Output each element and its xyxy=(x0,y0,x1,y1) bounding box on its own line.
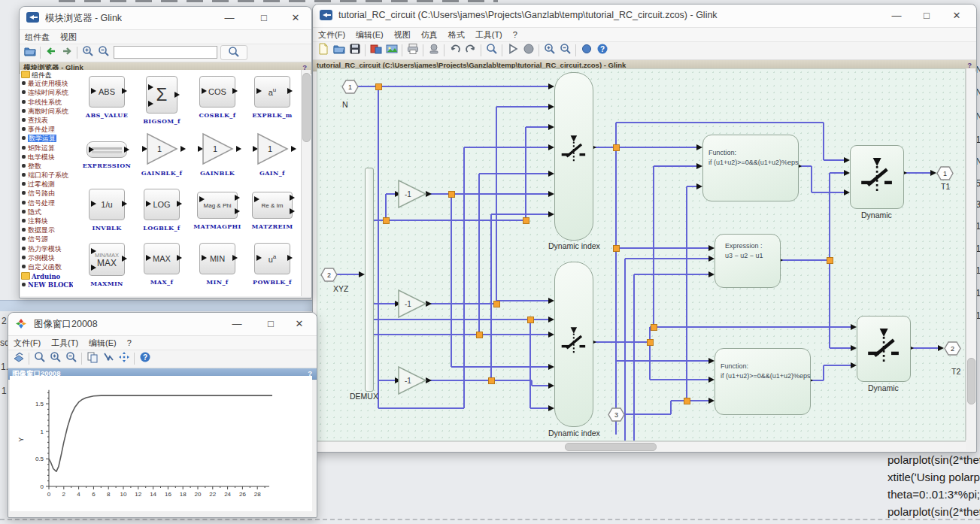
diagram-wire[interactable] xyxy=(592,341,650,343)
diagram-wire[interactable] xyxy=(427,303,496,304)
diagram-wire[interactable] xyxy=(372,303,396,304)
block-gain[interactable]: -1 xyxy=(398,366,427,398)
link-junction[interactable] xyxy=(613,245,620,252)
undo-icon[interactable] xyxy=(448,43,463,58)
minimize-button[interactable]: — xyxy=(888,9,905,23)
palette-block-GAINBLK[interactable]: 1GAINBLK xyxy=(193,132,242,186)
diagram-menu-2[interactable]: 视图 xyxy=(389,28,416,41)
diagram-wire[interactable] xyxy=(378,407,464,409)
help-icon[interactable]: ? xyxy=(138,351,153,366)
plot-window-titlebar[interactable]: 图像窗口20008 — □ ✕ xyxy=(8,313,317,336)
link-junction[interactable] xyxy=(523,217,529,224)
palette-block-LOGBLK_f[interactable]: LOGLOGBLK_f xyxy=(137,189,187,243)
palette-tree-item-7[interactable]: 矩阵运算 xyxy=(20,144,73,153)
block-gain[interactable]: -1 xyxy=(398,180,427,211)
diagram-wire[interactable] xyxy=(616,247,710,249)
link-junction[interactable] xyxy=(448,191,455,198)
link-junction[interactable] xyxy=(527,317,534,323)
palette-menu-1[interactable]: 视图 xyxy=(55,30,82,43)
diagram-wire[interactable] xyxy=(378,86,379,408)
palette-tree-folder-extra-0[interactable]: Arduino xyxy=(20,271,73,280)
diagram-wire[interactable] xyxy=(479,173,550,174)
diagram-menu-3[interactable]: 仿真 xyxy=(416,28,443,41)
palette-tree-item-17[interactable]: 信号源 xyxy=(20,235,73,244)
close-button[interactable]: ✕ xyxy=(291,317,308,331)
palette-tree-item-extra-0[interactable]: NEW BLOCK xyxy=(20,280,73,289)
diagram-menu-4[interactable]: 格式 xyxy=(443,28,470,41)
plot-menu-2[interactable]: 编辑(E) xyxy=(83,336,122,349)
palette-search-input[interactable] xyxy=(114,46,217,59)
link-junction[interactable] xyxy=(476,332,483,338)
palette-tree-item-10[interactable]: 端口和子系统 xyxy=(20,171,73,180)
zoom-in-icon[interactable] xyxy=(542,43,557,58)
minimize-button[interactable]: — xyxy=(229,317,245,331)
open-palette-icon[interactable] xyxy=(23,45,38,60)
output-port-1[interactable]: 1 xyxy=(936,166,954,183)
palette-block-COSBLK_f[interactable]: COSCOSBLK_f xyxy=(193,76,242,130)
palette-block-GAINBLK_f[interactable]: 1GAINBLK_f xyxy=(137,132,187,186)
zoom-in-icon[interactable] xyxy=(48,351,63,366)
palette-tree-item-13[interactable]: 信号处理 xyxy=(20,198,73,207)
start-simulation-icon[interactable] xyxy=(505,43,520,58)
palette-scrollbar[interactable] xyxy=(301,70,311,296)
diagram-wire[interactable] xyxy=(451,194,452,367)
zoom-out-icon[interactable] xyxy=(64,351,79,366)
new-icon[interactable] xyxy=(316,43,331,58)
diagram-wire[interactable] xyxy=(823,365,824,380)
diagram-wire[interactable] xyxy=(618,413,671,415)
input-port-1[interactable]: 1 xyxy=(341,80,359,97)
output-port-2[interactable]: 2 xyxy=(944,341,961,359)
palette-block-MATZREIM[interactable]: Re & ImMATZREIM xyxy=(247,189,297,243)
rotate-icon[interactable] xyxy=(11,351,26,366)
input-port-3[interactable]: 3 xyxy=(608,407,625,425)
palette-block-ABS_VALUE[interactable]: ABSABS_VALUE xyxy=(82,76,132,130)
palette-block-MATMAGPHI[interactable]: Mag & PhiMATMAGPHI xyxy=(193,189,242,243)
minimize-button[interactable]: — xyxy=(221,11,238,25)
diagram-wire[interactable] xyxy=(478,174,480,335)
block-gain[interactable]: -1 xyxy=(398,289,427,321)
zoom-out-icon[interactable] xyxy=(96,45,111,60)
close-button[interactable]: ✕ xyxy=(948,9,965,23)
diagram-wire[interactable] xyxy=(649,342,651,380)
diagram-wire[interactable] xyxy=(633,274,635,441)
diagram-wire[interactable] xyxy=(496,106,550,108)
copy-icon[interactable] xyxy=(85,351,100,366)
diagram-wire[interactable] xyxy=(650,326,852,328)
diagram-wire[interactable] xyxy=(530,407,550,409)
link-junction[interactable] xyxy=(493,301,500,307)
diagram-wire[interactable] xyxy=(829,173,830,260)
diagram-wire[interactable] xyxy=(378,380,396,381)
palette-tree-root[interactable]: 组件盘 xyxy=(20,70,73,79)
diagram-wire[interactable] xyxy=(491,214,550,215)
datatip-icon[interactable] xyxy=(101,351,116,366)
palette-tree-item-20[interactable]: 自定义函数 xyxy=(20,262,73,271)
diagram-wire[interactable] xyxy=(372,220,526,221)
palette-block-MIN_f[interactable]: MINMIN_f xyxy=(193,243,242,296)
open-icon[interactable] xyxy=(332,43,347,58)
link-junction[interactable] xyxy=(651,324,657,331)
palette-tree-item-1[interactable]: 连续时间系统 xyxy=(20,88,73,97)
palette-block-MAX_f[interactable]: MAXMAX_f xyxy=(137,243,187,296)
diagram-canvas[interactable]: DEMUX-1-1-1Dynamic indexDynamic indexFun… xyxy=(317,68,966,441)
palette-tree-item-3[interactable]: 离散时间系统 xyxy=(20,107,73,116)
back-icon[interactable] xyxy=(44,45,59,60)
diagram-menu-1[interactable]: 编辑(E) xyxy=(350,28,389,41)
snapshot-icon[interactable] xyxy=(384,43,399,58)
diagram-wire[interactable] xyxy=(427,380,532,381)
palette-tree-item-5[interactable]: 事件处理 xyxy=(20,125,73,134)
zoom-out-icon[interactable] xyxy=(558,43,573,58)
palette-tree-item-11[interactable]: 过零检测 xyxy=(20,180,73,189)
diagram-wire[interactable] xyxy=(653,166,654,327)
link-junction[interactable] xyxy=(375,83,382,90)
diagram-wire[interactable] xyxy=(634,274,710,275)
palette-tree-item-15[interactable]: 注释块 xyxy=(20,217,73,226)
diagram-vertical-scrollbar[interactable] xyxy=(966,68,975,440)
details-icon[interactable] xyxy=(579,43,594,58)
diagram-wire[interactable] xyxy=(490,214,492,380)
palette-block-EXPBLK_m[interactable]: auEXPBLK_m xyxy=(247,76,297,130)
diagram-wire[interactable] xyxy=(372,334,550,335)
diagram-wire[interactable] xyxy=(824,159,845,161)
stop-simulation-icon[interactable] xyxy=(521,43,536,58)
pan-icon[interactable] xyxy=(117,351,132,366)
diagram-wire[interactable] xyxy=(496,300,550,301)
